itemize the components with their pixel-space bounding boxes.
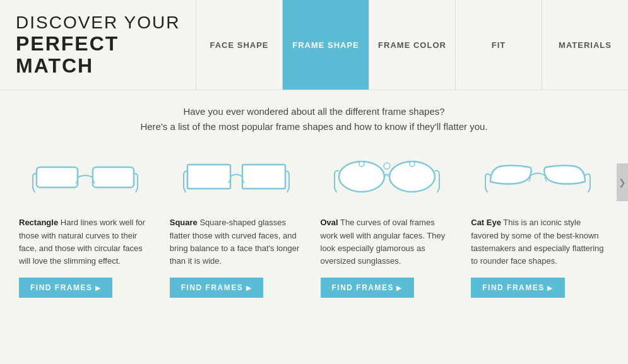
svg-rect-0: [37, 167, 78, 187]
title-line2: PERFECT MATCH: [16, 33, 183, 77]
tab-fit[interactable]: FIT: [456, 0, 542, 90]
glasses-illustration-oval: [321, 147, 454, 210]
frame-item-oval: Oval The curves of oval frames work well…: [314, 147, 465, 298]
svg-point-14: [410, 161, 415, 167]
frame-text-oval: The curves of oval frames work well with…: [321, 218, 446, 265]
svg-line-3: [136, 188, 138, 192]
frame-desc-square: Square Square-shaped glasses flatter tho…: [170, 216, 303, 267]
frames-section: Rectangle Hard lines work well for those…: [0, 141, 628, 310]
page-wrapper: DISCOVER YOUR PERFECT MATCH FACE SHAPE F…: [0, 0, 628, 364]
svg-line-7: [287, 188, 289, 192]
title-line1: DISCOVER YOUR: [16, 13, 183, 33]
tab-face-shape[interactable]: FACE SHAPE: [196, 0, 283, 90]
header: DISCOVER YOUR PERFECT MATCH FACE SHAPE F…: [0, 0, 628, 90]
svg-line-16: [588, 188, 590, 192]
next-arrow[interactable]: [617, 163, 628, 201]
svg-line-15: [485, 188, 487, 192]
find-frames-button-square[interactable]: FIND FRAMES: [170, 278, 263, 298]
frame-item-cat-eye: Cat Eye This is an iconic style favored …: [465, 147, 615, 298]
tabs-area: FACE SHAPE FRAME SHAPE FRAME COLOR FIT M…: [196, 0, 628, 90]
glasses-illustration-cat-eye: [471, 147, 604, 210]
frame-name-oval: Oval: [321, 218, 338, 227]
frame-item-square: Square Square-shaped glasses flatter tho…: [163, 147, 314, 298]
subtitle-line1: Have you ever wondered about all the dif…: [19, 104, 609, 119]
svg-line-10: [335, 188, 336, 192]
glasses-illustration-rectangle: [19, 147, 152, 210]
find-frames-button-cat-eye[interactable]: FIND FRAMES: [471, 278, 564, 298]
frame-name-cat-eye: Cat Eye: [471, 218, 501, 227]
tab-frame-shape[interactable]: FRAME SHAPE: [283, 0, 369, 90]
find-frames-button-oval[interactable]: FIND FRAMES: [321, 278, 414, 298]
tab-frame-color[interactable]: FRAME COLOR: [369, 0, 456, 90]
frame-name-rectangle: Rectangle: [19, 218, 58, 227]
svg-point-13: [359, 161, 364, 167]
svg-rect-1: [93, 167, 134, 187]
frame-desc-oval: Oval The curves of oval frames work well…: [321, 216, 454, 267]
glasses-illustration-square: [170, 147, 303, 210]
subtitle-line2: Here's a list of the most popular frame …: [19, 119, 609, 134]
frame-name-square: Square: [170, 218, 198, 227]
title-area: DISCOVER YOUR PERFECT MATCH: [0, 0, 196, 90]
svg-line-2: [33, 188, 35, 192]
frame-item-rectangle: Rectangle Hard lines work well for those…: [13, 147, 163, 298]
svg-point-12: [384, 163, 390, 169]
frame-desc-cat-eye: Cat Eye This is an iconic style favored …: [471, 216, 604, 267]
svg-rect-5: [242, 165, 285, 189]
find-frames-button-rectangle[interactable]: FIND FRAMES: [19, 278, 112, 298]
tab-materials[interactable]: MATERIALS: [542, 0, 628, 90]
svg-line-6: [184, 188, 186, 192]
svg-rect-4: [187, 165, 230, 189]
svg-line-11: [437, 188, 439, 192]
frame-desc-rectangle: Rectangle Hard lines work well for those…: [19, 216, 152, 267]
subtitle-area: Have you ever wondered about all the dif…: [0, 90, 628, 141]
